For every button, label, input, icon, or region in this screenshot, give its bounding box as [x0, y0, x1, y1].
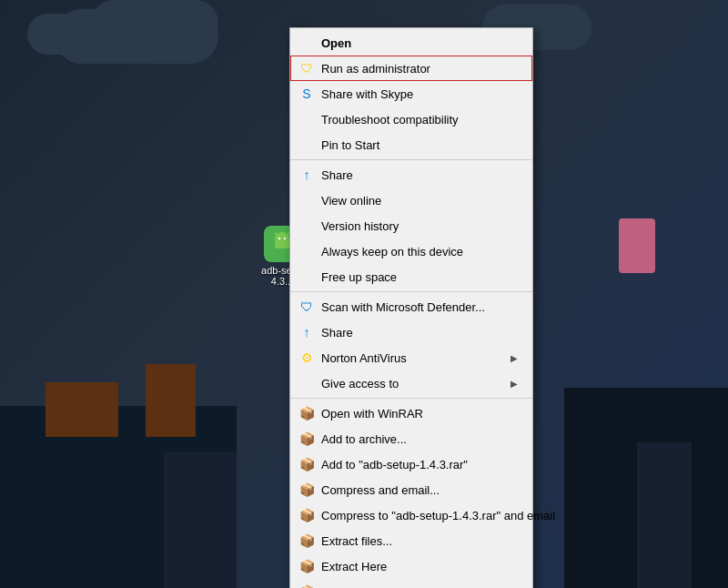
- menu-item-norton-label: Norton AntiVirus: [321, 351, 511, 365]
- defender-icon: 🛡: [298, 298, 316, 316]
- menu-item-free-up[interactable]: Free up space: [290, 264, 532, 289]
- svg-point-5: [284, 238, 286, 239]
- menu-item-extract-files-label: Extract files...: [321, 534, 518, 548]
- menu-item-give-access[interactable]: Give access to ▶: [290, 370, 532, 396]
- menu-item-run-as-admin[interactable]: 🛡 Run as administrator: [290, 56, 532, 81]
- give-access-submenu-arrow: ▶: [511, 379, 518, 389]
- menu-item-add-archive-label: Add to archive...: [321, 432, 518, 446]
- menu-item-extract-to-label: Extract to adb-setup-1.4.3\: [321, 585, 518, 589]
- context-menu: Open 🛡 Run as administrator S Share with…: [289, 27, 533, 588]
- menu-item-open[interactable]: Open: [290, 30, 532, 56]
- pink-shape: [619, 218, 655, 273]
- cloud-shape-3: [27, 14, 118, 55]
- extract-to-icon: 📦: [298, 583, 316, 588]
- share-icon: ↑: [298, 166, 316, 184]
- block-bottom-right2: [637, 442, 692, 588]
- menu-item-open-label: Open: [321, 36, 518, 50]
- compress-to-rar-email-icon: 📦: [298, 506, 316, 524]
- menu-item-view-online[interactable]: View online: [290, 188, 532, 213]
- version-history-icon: [298, 217, 316, 235]
- norton-icon: ⚙: [298, 349, 316, 367]
- menu-item-open-winrar[interactable]: 📦 Open with WinRAR: [290, 400, 532, 426]
- pin-icon: [298, 136, 316, 154]
- menu-item-extract-here[interactable]: 📦 Extract Here: [290, 553, 532, 579]
- winrar-icon: 📦: [298, 404, 316, 422]
- brown-block-2: [46, 382, 118, 437]
- menu-item-always-keep[interactable]: Always keep on this device: [290, 238, 532, 264]
- menu-item-give-access-label: Give access to: [321, 377, 511, 390]
- free-up-icon: [298, 268, 316, 286]
- add-archive-icon: 📦: [298, 430, 316, 448]
- menu-item-share-skype-label: Share with Skype: [321, 87, 518, 101]
- open-icon: [298, 34, 316, 52]
- menu-item-free-up-label: Free up space: [321, 270, 518, 284]
- troubleshoot-icon: [298, 110, 316, 128]
- menu-item-share[interactable]: ↑ Share: [290, 162, 532, 188]
- menu-item-pin-start-label: Pin to Start: [321, 138, 518, 152]
- menu-item-extract-to[interactable]: 📦 Extract to adb-setup-1.4.3\: [290, 579, 532, 588]
- separator-1: [290, 159, 532, 160]
- menu-item-share2[interactable]: ↑ Share: [290, 319, 532, 345]
- menu-item-pin-start[interactable]: Pin to Start: [290, 132, 532, 157]
- menu-item-compress-to-rar-email-label: Compress to "adb-setup-1.4.3.rar" and em…: [321, 509, 555, 522]
- menu-item-share2-label: Share: [321, 326, 518, 340]
- shield-icon: 🛡: [298, 59, 316, 77]
- brown-block: [146, 364, 196, 437]
- desktop: adb-set... 4.3... Open 🛡 Run as administ…: [0, 0, 728, 588]
- block-bottom-mid: [164, 451, 237, 588]
- svg-rect-1: [275, 239, 289, 248]
- extract-here-icon: 📦: [298, 557, 316, 575]
- menu-item-version-history-label: Version history: [321, 219, 518, 233]
- menu-item-view-online-label: View online: [321, 194, 518, 208]
- always-keep-icon: [298, 242, 316, 260]
- svg-line-2: [276, 233, 278, 236]
- menu-item-open-winrar-label: Open with WinRAR: [321, 407, 518, 421]
- menu-item-troubleshoot[interactable]: Troubleshoot compatibility: [290, 106, 532, 132]
- menu-item-compress-email[interactable]: 📦 Compress and email...: [290, 477, 532, 502]
- give-access-icon: [298, 374, 316, 392]
- compress-email-icon: 📦: [298, 481, 316, 499]
- view-online-icon: [298, 191, 316, 209]
- separator-3: [290, 398, 532, 399]
- svg-line-3: [287, 233, 288, 236]
- menu-item-scan-defender-label: Scan with Microsoft Defender...: [321, 300, 518, 314]
- skype-icon: S: [298, 85, 316, 103]
- menu-item-compress-email-label: Compress and email...: [321, 483, 518, 497]
- menu-item-version-history[interactable]: Version history: [290, 213, 532, 238]
- svg-point-4: [278, 238, 280, 239]
- menu-item-compress-to-rar-email[interactable]: 📦 Compress to "adb-setup-1.4.3.rar" and …: [290, 502, 532, 528]
- extract-files-icon: 📦: [298, 532, 316, 550]
- menu-item-add-archive[interactable]: 📦 Add to archive...: [290, 426, 532, 451]
- menu-item-add-to-rar-label: Add to "adb-setup-1.4.3.rar": [321, 458, 518, 471]
- menu-item-add-to-rar[interactable]: 📦 Add to "adb-setup-1.4.3.rar": [290, 451, 532, 477]
- menu-item-scan-defender[interactable]: 🛡 Scan with Microsoft Defender...: [290, 294, 532, 319]
- separator-2: [290, 291, 532, 292]
- share2-icon: ↑: [298, 323, 316, 341]
- menu-item-always-keep-label: Always keep on this device: [321, 245, 518, 259]
- menu-item-extract-files[interactable]: 📦 Extract files...: [290, 528, 532, 553]
- menu-item-run-as-admin-label: Run as administrator: [321, 62, 518, 76]
- add-to-rar-icon: 📦: [298, 455, 316, 473]
- menu-item-norton[interactable]: ⚙ Norton AntiVirus ▶: [290, 345, 532, 370]
- menu-item-extract-here-label: Extract Here: [321, 560, 518, 573]
- menu-item-share-label: Share: [321, 168, 518, 182]
- menu-item-share-skype[interactable]: S Share with Skype: [290, 81, 532, 106]
- norton-submenu-arrow: ▶: [511, 353, 518, 363]
- menu-item-troubleshoot-label: Troubleshoot compatibility: [321, 113, 518, 127]
